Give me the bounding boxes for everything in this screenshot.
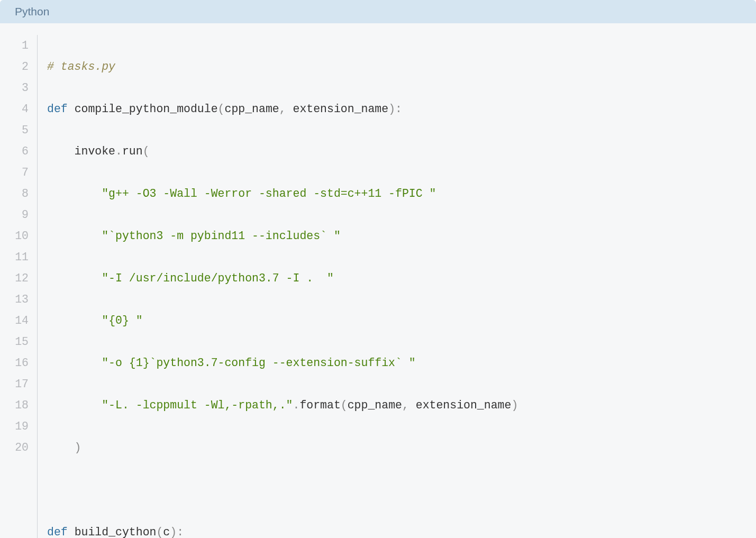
keyword: def bbox=[47, 103, 68, 115]
line-number: 14 bbox=[5, 310, 29, 331]
string: "g++ -O3 -Wall -Werror -shared -std=c++1… bbox=[102, 187, 436, 200]
string-format: {0} bbox=[108, 314, 129, 327]
code-line: ) bbox=[47, 437, 751, 458]
punct: , bbox=[279, 103, 286, 115]
code-line: "`python3 -m pybind11 --includes` " bbox=[47, 225, 751, 247]
line-number: 10 bbox=[5, 225, 29, 247]
punct: ( bbox=[156, 526, 163, 538]
code-line: "{0} " bbox=[47, 310, 751, 331]
line-number: 5 bbox=[5, 120, 29, 141]
code-line: "g++ -O3 -Wall -Werror -shared -std=c++1… bbox=[47, 183, 751, 204]
string: " bbox=[129, 314, 143, 327]
punct: ( bbox=[143, 145, 150, 158]
string: " bbox=[102, 314, 108, 327]
param: cpp_name bbox=[224, 103, 279, 115]
code-line: # tasks.py bbox=[47, 56, 751, 77]
line-number-gutter: 1234567891011121314151617181920 bbox=[5, 35, 38, 538]
punct: ): bbox=[388, 103, 402, 115]
code-line: "-I /usr/include/python3.7 -I . " bbox=[47, 268, 751, 289]
line-number: 17 bbox=[5, 373, 29, 395]
string: "`python3 -m pybind11 --includes` " bbox=[102, 230, 341, 242]
line-number: 2 bbox=[5, 56, 29, 77]
function-name: compile_python_module bbox=[75, 103, 218, 115]
param: c bbox=[163, 526, 170, 538]
punct: ) bbox=[75, 441, 81, 454]
line-number: 4 bbox=[5, 98, 29, 120]
comment-text: # tasks.py bbox=[47, 60, 115, 73]
line-number: 11 bbox=[5, 247, 29, 268]
line-number: 13 bbox=[5, 289, 29, 310]
line-number: 8 bbox=[5, 183, 29, 204]
keyword: def bbox=[47, 526, 68, 538]
code-line: def build_cython(c): bbox=[47, 522, 751, 538]
code-content[interactable]: # tasks.py def compile_python_module(cpp… bbox=[38, 35, 751, 538]
string: "-o bbox=[102, 357, 129, 369]
line-number: 16 bbox=[5, 352, 29, 373]
line-number: 3 bbox=[5, 77, 29, 98]
function-name: build_cython bbox=[75, 526, 157, 538]
code-line: invoke.run( bbox=[47, 141, 751, 162]
string: `python3.7-config --extension-suffix` " bbox=[150, 357, 416, 369]
param: extension_name bbox=[293, 103, 389, 115]
line-number: 12 bbox=[5, 268, 29, 289]
line-number: 15 bbox=[5, 331, 29, 352]
identifier: cpp_name bbox=[348, 399, 402, 412]
code-line: def compile_python_module(cpp_name, exte… bbox=[47, 98, 751, 120]
op: . bbox=[115, 145, 122, 158]
line-number: 18 bbox=[5, 395, 29, 416]
identifier: format bbox=[299, 399, 340, 412]
line-number: 19 bbox=[5, 416, 29, 437]
code-body: 1234567891011121314151617181920 # tasks.… bbox=[0, 23, 756, 538]
line-number: 20 bbox=[5, 437, 29, 458]
line-number: 6 bbox=[5, 141, 29, 162]
code-line: "-L. -lcppmult -Wl,-rpath,.".format(cpp_… bbox=[47, 395, 751, 416]
identifier: extension_name bbox=[416, 399, 512, 412]
code-line: "-o {1}`python3.7-config --extension-suf… bbox=[47, 352, 751, 373]
punct: ): bbox=[170, 526, 184, 538]
identifier: run bbox=[122, 145, 143, 158]
identifier: invoke bbox=[75, 145, 115, 158]
punct: ( bbox=[218, 103, 225, 115]
line-number: 9 bbox=[5, 204, 29, 225]
string: "-I /usr/include/python3.7 -I . " bbox=[102, 272, 334, 285]
punct: , bbox=[402, 399, 409, 412]
string-format: {1} bbox=[129, 357, 150, 369]
punct: ) bbox=[511, 399, 518, 412]
op: . bbox=[293, 399, 299, 412]
line-number: 7 bbox=[5, 162, 29, 183]
code-block: Python 1234567891011121314151617181920 #… bbox=[0, 0, 756, 538]
code-line bbox=[47, 479, 751, 500]
punct: ( bbox=[341, 399, 348, 412]
code-language-header: Python bbox=[0, 0, 756, 23]
code-language-label: Python bbox=[15, 5, 49, 17]
line-number: 1 bbox=[5, 35, 29, 56]
string: "-L. -lcppmult -Wl,-rpath,." bbox=[102, 399, 293, 412]
